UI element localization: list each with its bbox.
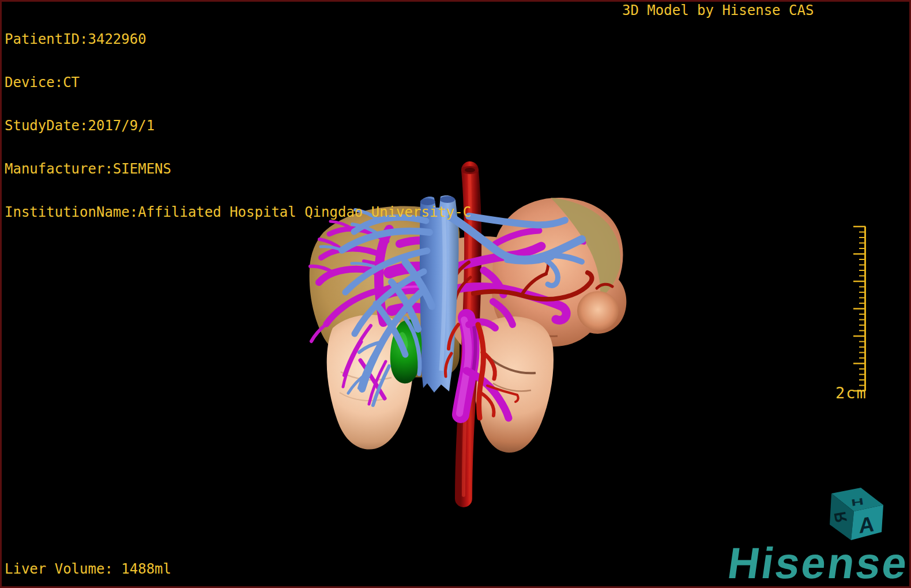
scale-bar-label: 2cm <box>835 386 867 400</box>
3d-render-viewport[interactable]: H R A PatientID:3422960 Device:CT StudyD… <box>0 0 911 588</box>
cube-letter-top: H <box>850 496 864 508</box>
study-date: StudyDate:2017/9/1 <box>5 119 471 133</box>
watermark-text: 3D Model by Hisense CAS <box>622 3 814 18</box>
hisense-logo: Hisense <box>725 541 911 585</box>
patient-id: PatientID:3422960 <box>5 32 471 47</box>
scale-ruler <box>853 227 865 391</box>
device: Device:CT <box>5 76 471 90</box>
orientation-cube[interactable]: H R A <box>830 488 883 540</box>
liver-volume-label: Liver Volume: 1488ml <box>5 562 171 576</box>
study-info-block: PatientID:3422960 Device:CT StudyDate:20… <box>5 3 471 248</box>
institution-name: InstitutionName:Affiliated Hospital Qing… <box>5 205 471 220</box>
manufacturer: Manufacturer:SIEMENS <box>5 162 471 176</box>
cube-letter-front: A <box>859 511 874 538</box>
